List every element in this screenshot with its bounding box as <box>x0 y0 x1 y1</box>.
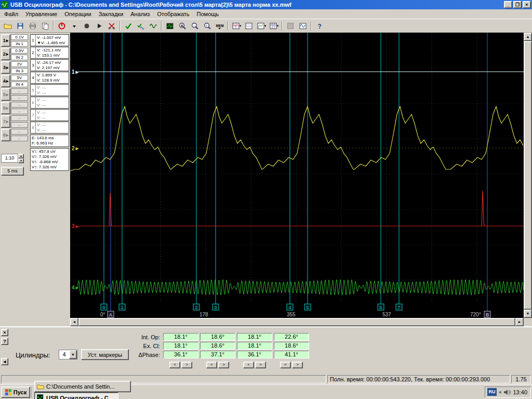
tray-chevron[interactable]: « <box>499 389 502 395</box>
view-charts-button[interactable]: ▾ <box>230 20 243 32</box>
channel-3-range[interactable]: 2V <box>11 61 28 67</box>
channel-6-input[interactable]: -- <box>11 109 28 114</box>
view-overlay-button[interactable]: ▾ <box>255 20 268 32</box>
measurement-ch8[interactable]: 8V: ---V: --- <box>30 122 69 134</box>
close-button[interactable]: × <box>523 1 531 8</box>
channel-6-button[interactable]: 6▸ <box>1 102 10 114</box>
channel-8-input[interactable]: -- <box>11 136 28 141</box>
taskbar-task-1[interactable]: C:\Documents and Settin... <box>34 381 131 392</box>
vertical-scroll-thumb[interactable] <box>524 41 532 310</box>
search-amplitude-button[interactable]: A <box>176 20 189 32</box>
help-button[interactable]: ? <box>313 20 326 32</box>
channel-4-range[interactable]: 5V <box>11 75 28 81</box>
taskbar-task-2[interactable]: USB Осциллограф - C... <box>34 392 118 399</box>
cyl2-prev-button[interactable]: < <box>206 362 217 368</box>
channel-7-button[interactable]: 7▸ <box>1 115 10 128</box>
scroll-right-button[interactable]: ► <box>515 318 524 326</box>
menu-item-6[interactable]: Помощь <box>193 10 223 18</box>
measurement-ch7[interactable]: 7V: ---V: --- <box>30 109 69 121</box>
menu-item-0[interactable]: Файл <box>1 10 22 18</box>
play-button[interactable] <box>93 20 105 32</box>
timebase-button[interactable]: 5 ms <box>1 167 24 176</box>
panel-collapse-button[interactable]: ◂ <box>1 358 8 365</box>
view-grid-button[interactable] <box>243 20 255 32</box>
measurement-ch2[interactable]: 2V: -121.1 mVV: 153.1 mV <box>30 47 69 59</box>
scope-plot[interactable]: 1►2►3►4►01234567AB0°178355537720° <box>70 33 524 318</box>
wave-mode-button[interactable] <box>147 20 159 32</box>
zoom-horizontal-button[interactable]: ↔ <box>189 20 201 32</box>
cyl4-next-button[interactable]: > <box>292 362 303 368</box>
language-indicator[interactable]: RU <box>487 388 497 396</box>
channel-4-button[interactable]: 4▸ <box>1 75 10 87</box>
menu-item-3[interactable]: Закладки <box>95 10 127 18</box>
apply-button[interactable] <box>122 20 135 32</box>
scroll-up-button[interactable]: ▲ <box>524 33 532 41</box>
measurement-ch3[interactable]: 3V: -24.17 mVV: 2.197 mV <box>30 59 69 71</box>
channel-5-input[interactable]: -- <box>11 95 28 101</box>
cylinders-select[interactable]: 4 ▼ <box>59 350 77 360</box>
maximize-button[interactable]: ❐ <box>513 1 522 8</box>
zoom-vertical-button[interactable]: ↕ <box>201 20 214 32</box>
cyl4-prev-button[interactable]: < <box>280 362 291 368</box>
measurement-ch6[interactable]: 6V: ---V: --- <box>30 97 69 109</box>
record-options-button[interactable] <box>68 20 81 32</box>
chevron-down-icon[interactable]: ▼ <box>69 350 77 359</box>
channel-8-range[interactable]: -- <box>11 129 28 135</box>
menu-item-2[interactable]: Операции <box>61 10 95 18</box>
vertical-scrollbar[interactable]: ▲ ▼ <box>524 33 532 318</box>
channel-4-input[interactable]: IN 4 <box>11 82 28 87</box>
channel-7-range[interactable]: -- <box>11 115 28 121</box>
view-table-button[interactable]: ▾ <box>268 20 280 32</box>
channel-8-button[interactable]: 8▸ <box>1 129 10 141</box>
speaker-icon[interactable] <box>503 389 511 395</box>
save-file-button[interactable] <box>14 20 26 32</box>
set-markers-button[interactable]: Уст. маркеры <box>81 349 129 360</box>
cyl2-next-button[interactable]: > <box>218 362 229 368</box>
cyl3-next-button[interactable]: > <box>255 362 266 368</box>
panel-help-button[interactable]: ? <box>1 338 8 345</box>
channel-2-button[interactable]: 2▸ <box>1 48 10 60</box>
cyl3-prev-button[interactable]: < <box>243 362 254 368</box>
channel-1-input[interactable]: IN 1 <box>11 41 28 47</box>
abort-button[interactable] <box>105 20 118 32</box>
inactive-tool-button[interactable] <box>284 20 297 32</box>
panel-close-button[interactable]: × <box>1 329 8 336</box>
menu-item-1[interactable]: Управление <box>22 10 61 18</box>
channel-3-input[interactable]: IN 3 <box>11 68 28 74</box>
channel-2-range[interactable]: 0.5V <box>11 48 28 54</box>
channel-5-button[interactable]: 5▸ <box>1 88 10 101</box>
channel-1-button[interactable]: 1▸ <box>1 34 10 47</box>
screen-mode-button[interactable] <box>164 20 176 32</box>
cyl1-prev-button[interactable]: < <box>169 362 180 368</box>
stop-button[interactable] <box>81 20 93 32</box>
menu-item-4[interactable]: Анализ <box>127 10 153 18</box>
channel-2-input[interactable]: IN 2 <box>11 55 28 60</box>
print-button[interactable] <box>26 20 39 32</box>
channel-3-button[interactable]: 3▸ <box>1 61 10 74</box>
horizontal-scroll-thumb[interactable] <box>78 318 515 326</box>
spin-up-icon[interactable]: ▲ <box>18 154 24 158</box>
minimize-button[interactable]: _ <box>504 1 512 8</box>
oscilloscope-display[interactable]: 1►2►3►4►01234567AB0°178355537720° <box>70 33 524 318</box>
probe-ratio-spinner[interactable]: 1:10▲▼ <box>1 154 24 163</box>
channel-6-range[interactable]: -- <box>11 102 28 108</box>
channel-7-input[interactable]: -- <box>11 122 28 128</box>
channel-1-range[interactable]: 0.1V <box>11 34 28 40</box>
horizontal-scrollbar[interactable]: ◄ ► <box>70 318 524 326</box>
apply-wave-button[interactable] <box>135 20 147 32</box>
cyl1-next-button[interactable]: > <box>181 362 192 368</box>
wave-window-button[interactable] <box>297 20 309 32</box>
memory-button[interactable]: MEM <box>214 20 226 32</box>
spin-down-icon[interactable]: ▼ <box>18 158 24 163</box>
record-button[interactable] <box>56 20 68 32</box>
start-button[interactable]: Пуск <box>1 387 30 398</box>
menu-item-5[interactable]: Отображать <box>153 10 193 18</box>
measurement-ch1[interactable]: 1V: -1.007 mV▼V: -1.465 mV <box>30 34 69 46</box>
title-bar[interactable]: USB Осциллограф - C:\Documents and Setti… <box>0 0 532 9</box>
scroll-left-button[interactable]: ◄ <box>70 318 78 326</box>
measurement-ch4[interactable]: 4V: 1.899 VV: 128.9 mV <box>30 72 69 84</box>
scroll-down-button[interactable]: ▼ <box>524 310 532 318</box>
measurement-ch5[interactable]: 5V: ---V: --- <box>30 84 69 96</box>
copy-fragment-button[interactable] <box>39 20 51 32</box>
open-file-button[interactable] <box>2 20 14 32</box>
